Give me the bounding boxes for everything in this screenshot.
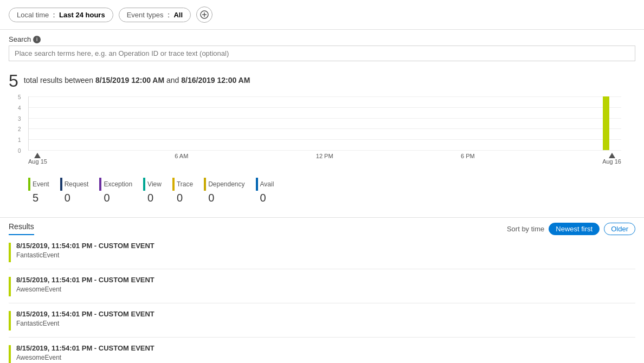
result-indicator xyxy=(9,311,11,330)
avail-color xyxy=(256,178,258,191)
list-item[interactable]: 8/15/2019, 11:54:01 PM - CUSTOM EVENT Fa… xyxy=(9,303,635,338)
search-label: Search i xyxy=(9,35,635,43)
results-list: 8/15/2019, 11:54:01 PM - CUSTOM EVENT Fa… xyxy=(0,235,644,363)
chart-grid: 5 4 3 2 1 0 xyxy=(28,96,621,151)
search-info-icon: i xyxy=(33,36,41,43)
event-type-label: Event types xyxy=(127,11,164,19)
list-item[interactable]: 8/15/2019, 11:54:01 PM - CUSTOM EVENT Fa… xyxy=(9,235,635,269)
view-count: 0 xyxy=(143,192,162,204)
time-filter-value: Last 24 hours xyxy=(59,11,105,19)
result-title: 8/15/2019, 11:54:01 PM - CUSTOM EVENT xyxy=(16,276,154,284)
legend-area: Event 5 Request 0 Exception 0 View 0 xyxy=(9,172,635,213)
event-color xyxy=(28,178,30,191)
top-bar: Local time : Last 24 hours Event types :… xyxy=(0,0,644,30)
exception-count: 0 xyxy=(99,192,132,204)
results-header: Results Sort by time Newest first Older xyxy=(0,217,644,235)
legend-event: Event 5 xyxy=(28,178,49,204)
avail-count: 0 xyxy=(256,192,274,204)
legend-trace: Trace 0 xyxy=(172,178,193,204)
request-count: 0 xyxy=(60,192,89,204)
result-subtitle: FantasticEvent xyxy=(16,320,154,327)
result-indicator xyxy=(9,243,11,262)
sort-area: Sort by time Newest first Older xyxy=(507,223,635,235)
chart-bar xyxy=(603,96,609,150)
result-subtitle: AwesomeEvent xyxy=(16,286,154,293)
x-axis: Aug 15 6 AM 12 PM 6 PM Aug 16 xyxy=(28,151,621,165)
trace-color xyxy=(172,178,175,191)
dependency-count: 0 xyxy=(204,192,244,204)
list-item[interactable]: 8/15/2019, 11:54:01 PM - CUSTOM EVENT Aw… xyxy=(9,269,635,303)
sort-oldest-button[interactable]: Older xyxy=(604,223,635,235)
result-title: 8/15/2019, 11:54:01 PM - CUSTOM EVENT xyxy=(16,344,154,352)
results-tab[interactable]: Results xyxy=(9,222,34,235)
sort-label: Sort by time xyxy=(507,225,544,233)
event-count: 5 xyxy=(28,192,49,204)
exception-color xyxy=(99,178,101,191)
search-section: Search i xyxy=(0,30,644,64)
legend-request: Request 0 xyxy=(60,178,89,204)
event-type-value: All xyxy=(173,11,183,19)
result-subtitle: AwesomeEvent xyxy=(16,354,154,361)
list-item[interactable]: 8/15/2019, 11:54:01 PM - CUSTOM EVENT Aw… xyxy=(9,338,635,363)
time-filter-label: Local time xyxy=(17,11,49,19)
result-indicator xyxy=(9,277,11,296)
summary-section: 5 total results between 8/15/2019 12:00 … xyxy=(0,64,644,217)
dependency-color xyxy=(204,178,206,191)
summary-text: 5 total results between 8/15/2019 12:00 … xyxy=(9,71,635,91)
result-subtitle: FantasticEvent xyxy=(16,251,154,259)
result-count: 5 xyxy=(9,71,18,90)
result-title: 8/15/2019, 11:54:01 PM - CUSTOM EVENT xyxy=(16,242,154,250)
legend-exception: Exception 0 xyxy=(99,178,132,204)
search-input[interactable] xyxy=(9,46,635,61)
time-filter-button[interactable]: Local time : Last 24 hours xyxy=(9,8,113,22)
legend-view: View 0 xyxy=(143,178,162,204)
chart-area: 5 4 3 2 1 0 Aug 15 6 AM 12 PM 6 PM Aug 1… xyxy=(9,96,635,172)
triangle-marker-left xyxy=(34,153,41,158)
event-type-filter-button[interactable]: Event types : All xyxy=(119,8,191,22)
result-indicator xyxy=(9,345,11,363)
request-color xyxy=(60,178,62,191)
legend-dependency: Dependency 0 xyxy=(204,178,244,204)
triangle-marker-right xyxy=(609,153,615,158)
add-filter-icon xyxy=(200,10,209,19)
add-filter-button[interactable] xyxy=(196,7,212,23)
result-title: 8/15/2019, 11:54:01 PM - CUSTOM EVENT xyxy=(16,310,154,318)
trace-count: 0 xyxy=(172,192,193,204)
view-color xyxy=(143,178,145,191)
sort-newest-button[interactable]: Newest first xyxy=(549,223,600,235)
legend-avail: Avail 0 xyxy=(256,178,274,204)
